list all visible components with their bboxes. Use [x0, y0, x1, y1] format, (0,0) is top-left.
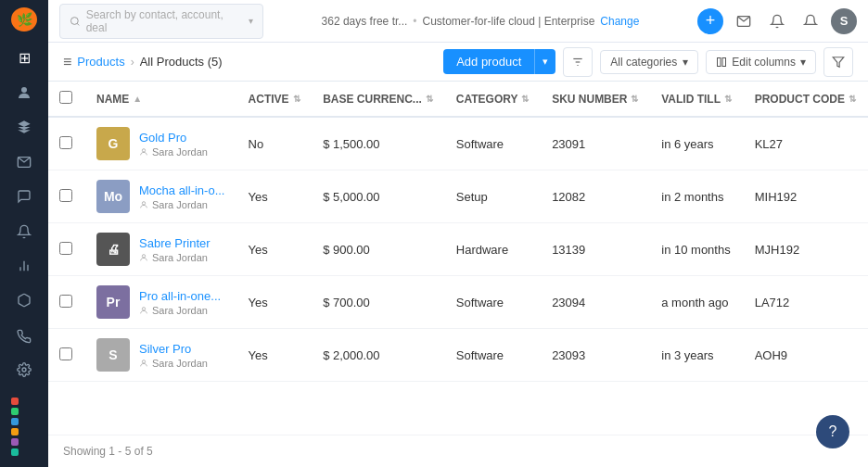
- sidebar-icon-home[interactable]: ⊞: [7, 43, 41, 73]
- header-base-currency[interactable]: BASE CURRENC... ⇅: [312, 82, 445, 117]
- product-thumbnail: Pr: [96, 285, 130, 319]
- app-logo[interactable]: 🌿: [11, 7, 37, 32]
- sidebar-icon-products[interactable]: [7, 285, 41, 316]
- sidebar-icon-reports[interactable]: [7, 250, 41, 281]
- header-product-code[interactable]: PRODUCT CODE ⇅: [744, 82, 868, 117]
- trial-info: 362 days free tr... • Customer-for-life …: [271, 15, 690, 28]
- table-row: G Gold Pro Sara Jordan No$ 1,500.00Softw…: [48, 117, 868, 170]
- sidebar-icon-chat[interactable]: [7, 181, 41, 211]
- product-name-link[interactable]: Sabre Printer: [139, 236, 211, 250]
- product-valid-till: a month ago: [650, 276, 743, 329]
- dot-separator: •: [413, 15, 416, 28]
- breadcrumb-bar: ≡ Products › All Products (5) Add produc…: [48, 43, 868, 82]
- header-valid-till[interactable]: VALID TILL ⇅: [650, 82, 743, 117]
- product-owner: Sara Jordan: [139, 252, 211, 263]
- product-code: AOH9: [744, 329, 868, 382]
- breadcrumb-products-link[interactable]: Products: [77, 55, 124, 69]
- main-content: Search by contact, account, deal ▾ 362 d…: [48, 0, 868, 467]
- edit-columns-label: Edit columns: [732, 56, 796, 69]
- notification-icon-btn[interactable]: [798, 8, 823, 34]
- table-row: 🖨 Sabre Printer Sara Jordan Yes$ 900.00H…: [48, 223, 868, 276]
- mail-icon-btn[interactable]: [731, 8, 757, 34]
- product-name-info: Pro all-in-one... Sara Jordan: [139, 289, 221, 316]
- row-checkbox-cell: [48, 223, 85, 276]
- product-name-cell: Pr Pro all-in-one... Sara Jordan: [85, 276, 237, 329]
- sidebar-icon-contacts[interactable]: [7, 77, 41, 107]
- header-name[interactable]: NAME ▲: [85, 82, 237, 117]
- product-category: Software: [445, 329, 541, 382]
- header-active[interactable]: ACTIVE ⇅: [237, 82, 313, 117]
- product-name-link[interactable]: Mocha all-in-o...: [139, 183, 224, 197]
- row-checkbox[interactable]: [59, 295, 72, 308]
- svg-point-16: [142, 254, 145, 257]
- product-code: MIH192: [744, 170, 868, 223]
- products-table-container: NAME ▲ ACTIVE ⇅ BASE CURRENC... ⇅: [48, 82, 868, 435]
- product-name-link[interactable]: Pro all-in-one...: [139, 289, 221, 303]
- row-checkbox[interactable]: [59, 242, 72, 255]
- table-footer: Showing 1 - 5 of 5: [48, 435, 868, 467]
- bell-icon-btn[interactable]: [764, 8, 790, 34]
- product-owner: Sara Jordan: [139, 358, 208, 369]
- row-checkbox[interactable]: [59, 347, 72, 360]
- breadcrumb-separator: ›: [131, 56, 134, 69]
- product-base-currency: $ 2,000.00: [312, 329, 445, 382]
- product-code: KL27: [744, 117, 868, 170]
- search-placeholder: Search by contact, account, deal: [86, 8, 243, 34]
- svg-point-18: [142, 360, 145, 362]
- help-button[interactable]: ?: [816, 415, 849, 448]
- row-checkbox-cell: [48, 329, 85, 382]
- product-name-info: Sabre Printer Sara Jordan: [139, 236, 211, 263]
- row-checkbox-cell: [48, 170, 85, 223]
- filter-button[interactable]: [823, 47, 853, 77]
- user-avatar[interactable]: S: [831, 8, 857, 34]
- add-button[interactable]: +: [697, 8, 723, 34]
- product-name-link[interactable]: Gold Pro: [139, 131, 208, 145]
- header-checkbox-col: [48, 82, 85, 117]
- product-valid-till: in 3 years: [650, 329, 743, 382]
- product-category: Setup: [445, 170, 541, 223]
- owner-name: Sara Jordan: [152, 199, 208, 210]
- category-dropdown[interactable]: All categories ▾: [600, 50, 698, 74]
- header-category[interactable]: CATEGORY ⇅: [445, 82, 541, 117]
- product-active: Yes: [237, 223, 313, 276]
- change-button[interactable]: Change: [600, 15, 639, 28]
- menu-icon[interactable]: ≡: [63, 54, 71, 70]
- search-bar[interactable]: Search by contact, account, deal ▾: [59, 4, 263, 39]
- row-checkbox[interactable]: [59, 136, 72, 149]
- add-product-button[interactable]: Add product: [443, 49, 534, 74]
- edit-columns-chevron: ▾: [800, 56, 806, 69]
- valid-sort-icon: ⇅: [724, 94, 732, 104]
- sidebar-icon-settings[interactable]: [7, 353, 41, 386]
- svg-point-6: [70, 17, 78, 24]
- sidebar-icon-email[interactable]: [7, 146, 41, 177]
- product-base-currency: $ 700.00: [312, 276, 445, 329]
- filter-options-button[interactable]: [563, 47, 593, 77]
- sidebar-icon-phone[interactable]: [7, 320, 41, 353]
- product-owner: Sara Jordan: [139, 305, 221, 316]
- edit-columns-button[interactable]: Edit columns ▾: [706, 50, 816, 74]
- product-thumbnail: S: [96, 338, 130, 372]
- breadcrumb-current-page: All Products (5): [140, 55, 223, 69]
- category-chevron-icon: ▾: [683, 56, 688, 69]
- product-sku: 13139: [541, 223, 650, 276]
- select-all-checkbox[interactable]: [59, 91, 72, 104]
- product-category: Software: [445, 117, 541, 170]
- app-grid[interactable]: [7, 394, 30, 460]
- product-active: Yes: [237, 170, 313, 223]
- product-name-link[interactable]: Silver Pro: [139, 342, 208, 356]
- products-table: NAME ▲ ACTIVE ⇅ BASE CURRENC... ⇅: [48, 82, 868, 382]
- name-sort-icon: ▲: [133, 94, 142, 104]
- add-product-btn-group: Add product ▾: [443, 49, 555, 74]
- product-name-cell: Mo Mocha all-in-o... Sara Jordan: [85, 170, 237, 223]
- table-row: S Silver Pro Sara Jordan Yes$ 2,000.00So…: [48, 329, 868, 382]
- sidebar-icon-deals[interactable]: [7, 112, 41, 143]
- svg-point-0: [21, 87, 27, 93]
- sidebar: 🌿 ⊞: [0, 0, 48, 467]
- owner-name: Sara Jordan: [152, 358, 208, 369]
- header-sku[interactable]: SKU NUMBER ⇅: [541, 82, 650, 117]
- add-product-dropdown[interactable]: ▾: [534, 49, 555, 74]
- sidebar-icon-notifications[interactable]: [7, 216, 41, 246]
- product-category: Hardware: [445, 223, 541, 276]
- row-checkbox[interactable]: [59, 189, 72, 202]
- product-base-currency: $ 5,000.00: [312, 170, 445, 223]
